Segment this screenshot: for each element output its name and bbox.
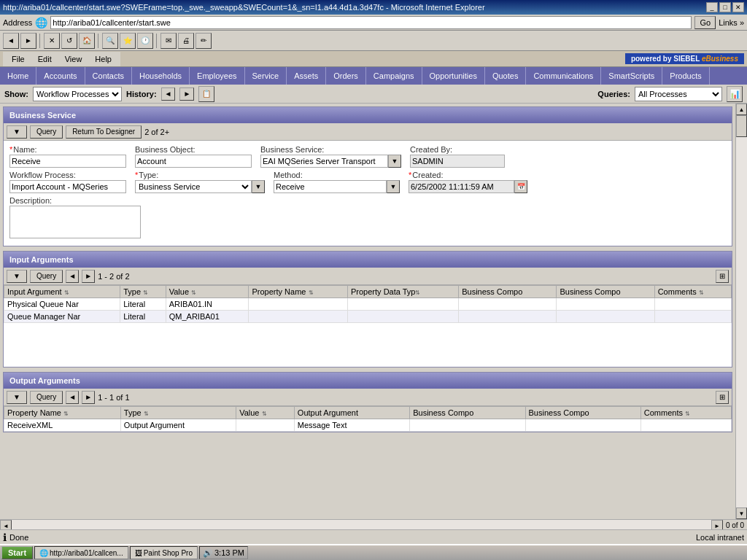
method-input[interactable]: [274, 180, 387, 193]
oa-next-button[interactable]: ►: [82, 391, 95, 404]
forward-button[interactable]: ►: [20, 33, 36, 49]
home-button[interactable]: 🏠: [79, 33, 95, 49]
oa-query-button[interactable]: Query: [30, 391, 63, 404]
method-picker-button[interactable]: ▼: [387, 180, 400, 193]
workflow-process-input[interactable]: [9, 180, 126, 193]
created-calendar-button[interactable]: 📅: [514, 180, 527, 193]
output-arguments-table: Property Name ⇅ Type ⇅ Value ⇅ Output Ar…: [4, 406, 732, 432]
tab-orders[interactable]: Orders: [326, 67, 366, 85]
edit-button[interactable]: ✏: [196, 33, 212, 49]
scroll-down-button[interactable]: ▼: [736, 508, 747, 519]
name-input[interactable]: [9, 155, 126, 168]
name-label: Name:: [9, 145, 126, 154]
refresh-button[interactable]: ↺: [61, 33, 77, 49]
ia-next-button[interactable]: ►: [82, 270, 95, 283]
history-button[interactable]: 🕐: [137, 33, 153, 49]
panel-view-controls: ▼: [7, 125, 27, 139]
app-menu-view[interactable]: View: [59, 55, 88, 63]
app-menu-file[interactable]: File: [6, 55, 31, 63]
back-button[interactable]: ◄: [3, 33, 19, 49]
print-button[interactable]: 🖨: [178, 33, 194, 49]
type-picker-button[interactable]: ▼: [252, 180, 265, 193]
queries-select[interactable]: All Processes: [635, 87, 722, 101]
address-input[interactable]: [50, 16, 692, 29]
tab-households[interactable]: Households: [132, 67, 190, 85]
ia-expand-button[interactable]: ⊞: [716, 270, 729, 283]
bs-query-button[interactable]: Query: [30, 125, 63, 139]
oa-row1-comments: [640, 419, 731, 432]
oa-dropdown-button[interactable]: ▼: [7, 391, 27, 404]
start-button[interactable]: Start: [1, 546, 33, 559]
show-select[interactable]: Workflow Processes: [33, 87, 122, 101]
oa-col-property-name: Property Name ⇅: [4, 407, 121, 419]
oa-table-container: Property Name ⇅ Type ⇅ Value ⇅ Output Ar…: [4, 406, 732, 432]
tab-home[interactable]: Home: [0, 67, 36, 85]
scroll-track[interactable]: [736, 115, 747, 508]
oa-table-header-row: Property Name ⇅ Type ⇅ Value ⇅ Output Ar…: [4, 407, 732, 419]
history-forward-button[interactable]: ►: [179, 88, 194, 101]
taskbar-browser-label: http://ariba01/callcen...: [50, 549, 123, 557]
vertical-scrollbar[interactable]: ▲ ▼: [735, 104, 747, 519]
table-row: Physical Queue Nar Literal ARIBA01.IN: [4, 298, 732, 311]
tab-smartscripts[interactable]: SmartScripts: [601, 67, 662, 85]
ia-row1-input-argument: Physical Queue Nar: [4, 298, 120, 311]
business-service-title: Business Service: [9, 111, 76, 120]
business-service-picker-button[interactable]: ▼: [388, 155, 401, 168]
go-button[interactable]: Go: [694, 16, 716, 29]
tab-opportunities[interactable]: Opportunities: [422, 67, 485, 85]
name-field: Name:: [9, 145, 126, 168]
oa-col-business-compo1: Business Compo: [410, 407, 525, 419]
app-menu-help[interactable]: Help: [89, 55, 117, 63]
mail-button[interactable]: ✉: [160, 33, 177, 49]
panel-dropdown-button[interactable]: ▼: [7, 125, 27, 139]
type-select[interactable]: Business Service: [135, 180, 252, 193]
created-by-label: Created By:: [410, 145, 505, 154]
history-back-button[interactable]: ◄: [161, 88, 176, 101]
tab-service[interactable]: Service: [245, 67, 287, 85]
ia-prev-button[interactable]: ◄: [66, 270, 79, 283]
oa-prev-button[interactable]: ◄: [66, 391, 79, 404]
taskbar-item-paintshop[interactable]: 🖼 Paint Shop Pro: [130, 546, 198, 559]
ia-col-business-compo1: Business Compo: [459, 286, 557, 298]
minimize-button[interactable]: _: [706, 2, 718, 12]
business-object-input[interactable]: [135, 155, 252, 168]
table-row: Queue Manager Nar Literal QM_ARIBA01: [4, 311, 732, 323]
scroll-thumb[interactable]: [736, 115, 747, 137]
tab-contacts[interactable]: Contacts: [85, 67, 132, 85]
tab-communications[interactable]: Communications: [526, 67, 601, 85]
oa-expand-button[interactable]: ⊞: [716, 391, 729, 404]
ia-col-value: Value ⇅: [166, 286, 249, 298]
maximize-button[interactable]: □: [719, 2, 731, 12]
ia-row1-property-name: [249, 298, 348, 311]
tab-campaigns[interactable]: Campaigns: [366, 67, 422, 85]
ia-table-container: Input Argument ⇅ Type ⇅ Value ⇅ Property…: [4, 285, 732, 323]
app-menu-edit[interactable]: Edit: [32, 55, 58, 63]
tab-assets[interactable]: Assets: [287, 67, 326, 85]
new-record-button[interactable]: 📋: [198, 86, 214, 102]
ia-record-count: 1 - 2 of 2: [98, 272, 129, 281]
close-button[interactable]: ✕: [732, 2, 744, 12]
table-row: ReceiveXML Output Argument Message Text: [4, 419, 732, 432]
reports-button[interactable]: 📊: [727, 86, 743, 102]
ia-dropdown-button[interactable]: ▼: [7, 270, 27, 283]
ia-panel-toolbar: ▼ Query ◄ ► 1 - 2 of 2 ⊞: [4, 268, 732, 285]
business-service-input[interactable]: [260, 155, 388, 168]
description-textarea[interactable]: [9, 206, 141, 238]
taskbar-item-browser[interactable]: 🌐 http://ariba01/callcen...: [34, 546, 128, 559]
links-label[interactable]: Links »: [719, 18, 744, 27]
tab-accounts[interactable]: Accounts: [36, 67, 85, 85]
scroll-up-button[interactable]: ▲: [736, 104, 747, 115]
return-to-designer-button[interactable]: Return To Designer: [66, 125, 142, 139]
search-button[interactable]: 🔍: [102, 33, 118, 49]
taskbar-paintshop-label: Paint Shop Pro: [144, 549, 193, 557]
created-input: [409, 180, 514, 193]
oa-col-output-argument: Output Argument: [294, 407, 409, 419]
ia-row2-business-compo2: [557, 311, 654, 323]
tab-quotes[interactable]: Quotes: [485, 67, 526, 85]
favorites-button[interactable]: ⭐: [120, 33, 136, 49]
stop-button[interactable]: ✕: [44, 33, 60, 49]
tab-employees[interactable]: Employees: [190, 67, 244, 85]
ia-row1-property-data-type: [348, 298, 459, 311]
tab-products[interactable]: Products: [662, 67, 709, 85]
ia-query-button[interactable]: Query: [30, 270, 63, 283]
